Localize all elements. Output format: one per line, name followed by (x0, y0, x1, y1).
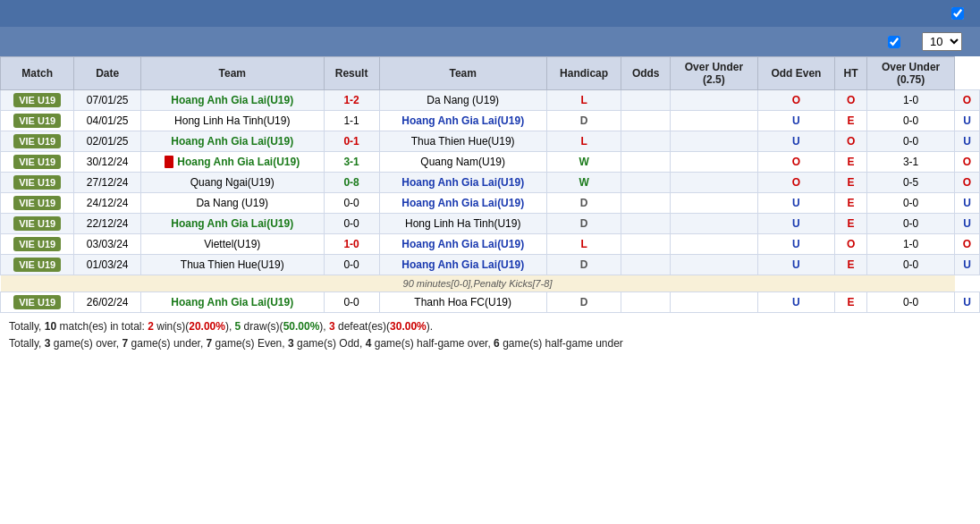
match-date: 01/03/24 (74, 255, 141, 275)
match-date: 26/02/24 (74, 292, 141, 313)
match-badge: VIE U19 (1, 292, 74, 313)
table-row: VIE U1922/12/24Hoang Anh Gia Lai(U19)0-0… (1, 214, 980, 234)
match-outcome: D (546, 255, 621, 275)
odds-value (670, 90, 757, 111)
league-filter-checkbox[interactable] (888, 36, 900, 48)
display-notes-control (951, 7, 969, 20)
handicap-value (621, 111, 671, 131)
ou25-value: U (757, 292, 834, 313)
ou25-value: U (757, 214, 834, 234)
match-date: 04/01/25 (74, 111, 141, 131)
match-date: 24/12/24 (74, 193, 141, 214)
oe-value: E (834, 152, 866, 173)
col-oe: Odd Even (757, 57, 834, 90)
team2-name: Hong Linh Ha Tinh(U19) (379, 214, 546, 234)
ou075-value: U (955, 193, 980, 214)
ou25-value: O (757, 90, 834, 111)
team2-name: Hoang Anh Gia Lai(U19) (379, 193, 546, 214)
oe-value: E (834, 292, 866, 313)
ht-score: 0-0 (867, 111, 955, 131)
table-row: VIE U1924/12/24Da Nang (U19)0-0Hoang Anh… (1, 193, 980, 214)
ou075-value: U (955, 214, 980, 234)
ou075-value: O (955, 90, 980, 111)
team2-name: Quang Nam(U19) (379, 152, 546, 173)
match-badge: VIE U19 (1, 152, 74, 173)
col-ht: HT (834, 57, 866, 90)
team2-name: Da Nang (U19) (379, 90, 546, 111)
ou25-value: U (757, 131, 834, 152)
ou25-value: U (757, 193, 834, 214)
team2-name: Hoang Anh Gia Lai(U19) (379, 234, 546, 255)
team2-name: Thua Thien Hue(U19) (379, 131, 546, 152)
match-result: 0-0 (324, 193, 379, 214)
ht-score: 0-5 (867, 173, 955, 193)
oe-value: E (834, 173, 866, 193)
odds-value (670, 193, 757, 214)
oe-value: E (834, 193, 866, 214)
team1-name: Thua Thien Hue(U19) (140, 255, 324, 275)
odds-value (670, 255, 757, 275)
table-row: VIE U1904/01/25Hong Linh Ha Tinh(U19)1-1… (1, 111, 980, 131)
display-notes-checkbox[interactable] (951, 7, 964, 20)
match-result: 0-8 (324, 173, 379, 193)
team1-name: Hoang Anh Gia Lai(U19) (140, 131, 324, 152)
main-container: 5 10 15 20 All Match Date Team Result Te… (0, 0, 980, 358)
team1-name: Hoang Anh Gia Lai(U19) (140, 152, 324, 173)
col-ou075: Over Under(0.75) (867, 57, 955, 90)
match-badge: VIE U19 (1, 193, 74, 214)
penalty-note-text: 90 minutes[0-0],Penalty Kicks[7-8] (1, 275, 955, 292)
oe-value: E (834, 111, 866, 131)
handicap-value (621, 292, 671, 313)
odds-value (670, 173, 757, 193)
table-row: VIE U1902/01/25Hoang Anh Gia Lai(U19)0-1… (1, 131, 980, 152)
match-outcome: W (546, 173, 621, 193)
ou075-value: U (955, 292, 980, 313)
table-row: VIE U1907/01/25Hoang Anh Gia Lai(U19)1-2… (1, 90, 980, 111)
match-result: 1-1 (324, 111, 379, 131)
oe-value: O (834, 131, 866, 152)
odds-value (670, 152, 757, 173)
handicap-value (621, 255, 671, 275)
team2-name: Thanh Hoa FC(U19) (379, 292, 546, 313)
col-team2: Team (379, 57, 546, 90)
oe-value: O (834, 90, 866, 111)
col-handicap: Handicap (546, 57, 621, 90)
odds-value (670, 131, 757, 152)
match-outcome: D (546, 214, 621, 234)
ou075-value: U (955, 111, 980, 131)
red-card-icon (165, 156, 173, 168)
match-date: 27/12/24 (74, 173, 141, 193)
ht-score: 0-0 (867, 193, 955, 214)
match-outcome: D (546, 111, 621, 131)
match-outcome: L (546, 234, 621, 255)
odds-value (670, 111, 757, 131)
match-outcome: W (546, 152, 621, 173)
ou25-value: O (757, 173, 834, 193)
ou25-value: U (757, 234, 834, 255)
col-result: Result (324, 57, 379, 90)
match-date: 30/12/24 (74, 152, 141, 173)
scores-table: Match Date Team Result Team Handicap Odd… (0, 56, 980, 313)
ht-score: 0-0 (867, 255, 955, 275)
handicap-value (621, 131, 671, 152)
penalty-note-row: 90 minutes[0-0],Penalty Kicks[7-8] (1, 275, 980, 292)
oe-value: E (834, 214, 866, 234)
games-select[interactable]: 5 10 15 20 All (922, 32, 962, 51)
ou075-value: O (955, 152, 980, 173)
ht-score: 0-0 (867, 214, 955, 234)
match-date: 22/12/24 (74, 214, 141, 234)
match-outcome: D (546, 193, 621, 214)
team1-name: Da Nang (U19) (140, 193, 324, 214)
handicap-value (621, 90, 671, 111)
match-date: 02/01/25 (74, 131, 141, 152)
match-result: 1-0 (324, 234, 379, 255)
match-result: 3-1 (324, 152, 379, 173)
odds-value (670, 214, 757, 234)
ou25-value: U (757, 255, 834, 275)
match-badge: VIE U19 (1, 234, 74, 255)
ht-score: 1-0 (867, 234, 955, 255)
table-row: VIE U1926/02/24Hoang Anh Gia Lai(U19)0-0… (1, 292, 980, 313)
table-row: VIE U1903/03/24Viettel(U19)1-0Hoang Anh … (1, 234, 980, 255)
match-date: 03/03/24 (74, 234, 141, 255)
team1-name: Quang Ngai(U19) (140, 173, 324, 193)
